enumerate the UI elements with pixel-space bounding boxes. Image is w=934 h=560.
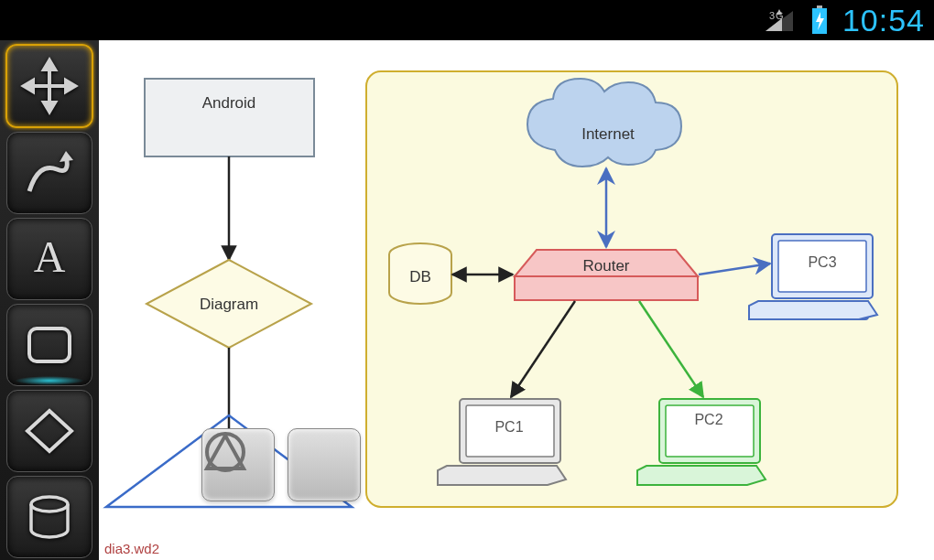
flow-android-box[interactable]: Android — [145, 79, 314, 156]
signal-icon: 3G — [764, 7, 795, 33]
popup-shape-triangle[interactable] — [288, 428, 361, 501]
network-type-label: 3G — [769, 10, 785, 21]
tool-move[interactable] — [5, 44, 93, 128]
flow-diagram-diamond[interactable]: Diagram — [147, 260, 311, 348]
svg-marker-17 — [27, 411, 71, 451]
internet-label: Internet — [581, 125, 635, 143]
router-node[interactable]: Router — [515, 250, 698, 300]
svg-marker-10 — [44, 60, 55, 70]
clock: 10:54 — [842, 3, 925, 38]
diagram-canvas[interactable]: Android Diagram Editor Internet — [99, 40, 934, 560]
svg-rect-16 — [29, 328, 70, 361]
svg-marker-36 — [207, 436, 244, 468]
router-label: Router — [582, 257, 629, 275]
svg-rect-19 — [145, 79, 314, 156]
svg-text:A: A — [34, 232, 66, 281]
svg-point-18 — [31, 497, 68, 512]
db-cylinder[interactable]: DB — [389, 243, 451, 304]
pc3-label: PC3 — [808, 254, 836, 270]
filename-label: dia3.wd2 — [104, 541, 159, 556]
battery-icon — [809, 5, 830, 35]
flow-android-label: Android — [202, 94, 256, 112]
tool-rect[interactable] — [6, 304, 92, 386]
tool-sidebar: A — [0, 40, 100, 560]
svg-marker-12 — [24, 81, 33, 92]
svg-marker-11 — [44, 102, 55, 112]
db-label: DB — [409, 268, 431, 285]
tool-cylinder[interactable] — [6, 476, 92, 558]
tool-diamond[interactable] — [6, 390, 92, 472]
shape-popup — [201, 428, 361, 501]
svg-marker-28 — [749, 301, 877, 319]
android-status-bar: 3G 10:54 — [0, 0, 934, 40]
tool-connector[interactable] — [6, 132, 92, 214]
svg-rect-24 — [515, 276, 698, 300]
tool-text[interactable]: A — [6, 218, 92, 300]
svg-marker-34 — [637, 466, 766, 485]
flow-diagram-label: Diagram — [200, 296, 258, 313]
pc1-label: PC1 — [494, 419, 523, 435]
svg-marker-13 — [66, 81, 75, 92]
pc2-label: PC2 — [694, 412, 722, 427]
svg-marker-31 — [438, 466, 566, 485]
tool-highlight — [15, 376, 84, 385]
svg-rect-4 — [817, 5, 822, 8]
svg-marker-14 — [60, 151, 73, 162]
